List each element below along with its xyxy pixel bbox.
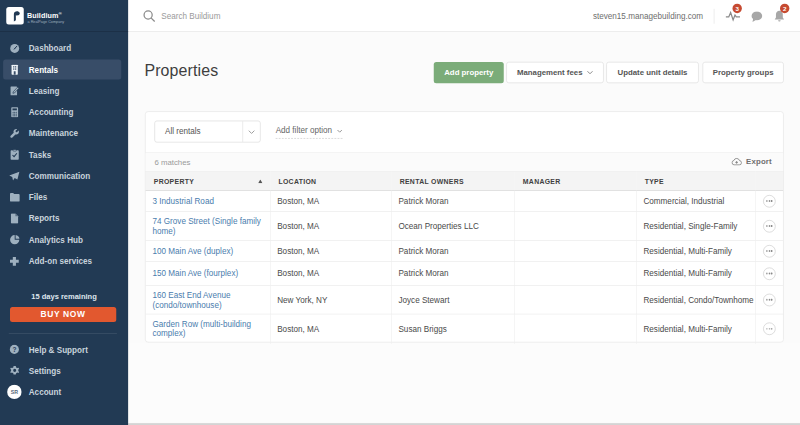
svg-text:SR: SR: [11, 389, 19, 395]
svg-text:?: ?: [12, 346, 16, 353]
